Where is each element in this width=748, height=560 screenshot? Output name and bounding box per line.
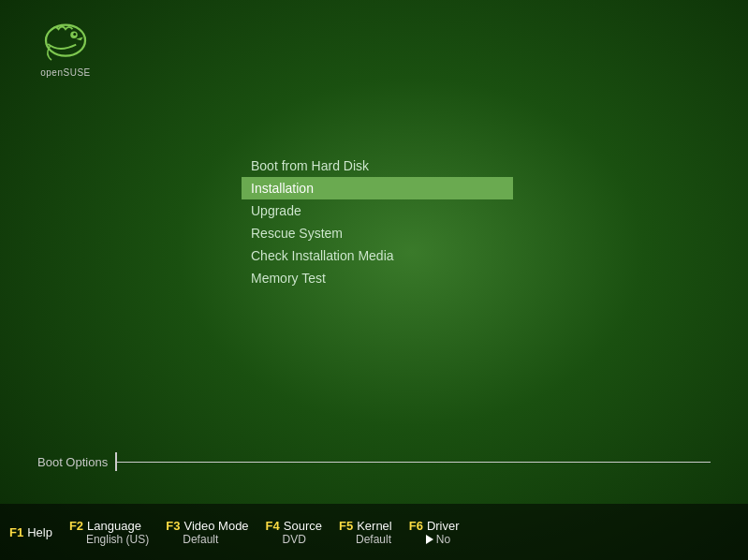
fkey-f1-name: Help: [27, 525, 52, 539]
logo-text: openSUSE: [40, 67, 90, 78]
menu-item-5[interactable]: Memory Test: [242, 267, 513, 289]
fkey-group-f1[interactable]: F1Help: [9, 525, 52, 539]
fkey-f1-key: F1: [9, 525, 23, 539]
menu-item-4[interactable]: Check Installation Media: [242, 244, 513, 267]
fkey-f3-key: F3: [166, 519, 180, 533]
fkey-f2-name: Language: [87, 519, 141, 533]
svg-point-2: [73, 33, 76, 36]
fkey-f4-value: DVD: [283, 533, 306, 546]
fkey-group-f3[interactable]: F3Video ModeDefault: [166, 519, 248, 546]
menu-item-3[interactable]: Rescue System: [242, 222, 513, 244]
fkey-group-f6[interactable]: F6DriverNo: [409, 519, 460, 546]
fkey-f4-name: Source: [284, 519, 322, 533]
fkey-f6-name: Driver: [427, 519, 460, 533]
fkey-f6-value: No: [426, 533, 450, 546]
cursor-icon: [426, 535, 433, 544]
fkey-f5-value: Default: [356, 533, 391, 546]
boot-options-line: [117, 462, 711, 463]
fkey-f3-value: Default: [183, 533, 218, 546]
logo: openSUSE: [37, 19, 94, 78]
fkey-f6-key: F6: [409, 519, 423, 533]
fkey-f4-key: F4: [266, 519, 280, 533]
menu-item-1[interactable]: Installation: [242, 177, 513, 199]
opensuse-logo-icon: [37, 19, 94, 66]
menu-item-2[interactable]: Upgrade: [242, 199, 513, 222]
boot-options-label: Boot Options: [37, 455, 108, 469]
boot-options-bar: Boot Options: [0, 452, 748, 471]
boot-menu: Boot from Hard DiskInstallationUpgradeRe…: [242, 155, 513, 289]
fkey-group-f5[interactable]: F5KernelDefault: [339, 519, 392, 546]
menu-item-0[interactable]: Boot from Hard Disk: [242, 155, 513, 177]
fkeys-bar: F1HelpF2LanguageEnglish (US)F3Video Mode…: [0, 504, 748, 560]
fkey-group-f4[interactable]: F4SourceDVD: [266, 519, 322, 546]
fkey-f5-key: F5: [339, 519, 353, 533]
fkey-f5-name: Kernel: [357, 519, 392, 533]
fkey-f2-key: F2: [69, 519, 83, 533]
fkey-group-f2[interactable]: F2LanguageEnglish (US): [69, 519, 149, 546]
fkey-f2-value: English (US): [86, 533, 149, 546]
fkey-f3-name: Video Mode: [183, 519, 248, 533]
